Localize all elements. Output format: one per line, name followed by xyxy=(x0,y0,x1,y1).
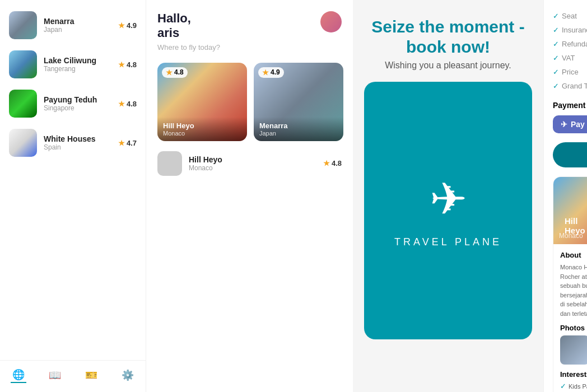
check-icon: ✓ xyxy=(553,68,559,76)
featured-card[interactable]: ★4.9 Menarra Japan xyxy=(254,63,343,141)
star-icon: ★ xyxy=(262,68,269,77)
dest-thumb xyxy=(9,11,37,39)
nav-settings[interactable]: ⚙️ xyxy=(120,367,136,383)
pay-badge[interactable]: ✈ Pay xyxy=(553,115,587,133)
check-icon: ✓ xyxy=(560,382,566,390)
dest-info: Menarra Japan xyxy=(44,17,111,34)
booking-row-label: ✓ Seat xyxy=(553,12,577,20)
payment-title: Payment Details xyxy=(553,101,587,110)
dest-rating: ★ 4.9 xyxy=(118,21,137,30)
dest-thumb xyxy=(9,50,37,78)
booking-row: ✓ Refundable NO xyxy=(553,37,587,51)
about-title: About xyxy=(560,251,587,259)
star-icon: ★ xyxy=(118,21,125,30)
dest-location: Tangerang xyxy=(44,65,111,73)
featured-cards: ★4.8 Hill Heyo Monaco ★4.9 Menarra Japan xyxy=(146,57,353,147)
check-icon: ✓ xyxy=(553,82,559,90)
photo-thumb[interactable] xyxy=(560,335,587,365)
interest-label: Kids Park xyxy=(569,383,587,390)
destination-item[interactable]: Lake Ciliwung Tangerang ★ 4.8 xyxy=(0,45,146,84)
feat-card-rating: ★4.8 xyxy=(162,67,188,78)
nav-tickets[interactable]: 🎫 xyxy=(83,367,99,383)
check-icon: ✓ xyxy=(553,40,559,48)
booking-row: ✓ Grand Total IDR 8,700,000 xyxy=(553,79,587,93)
feat-card-location: Monaco xyxy=(163,130,241,137)
check-icon: ✓ xyxy=(553,26,559,34)
check-icon: ✓ xyxy=(553,12,559,20)
travel-plane-label: TRAVEL PLANE xyxy=(394,236,502,248)
dest-thumb xyxy=(9,129,37,157)
dest-detail-body: About Monaco Hill, juga dikenal sebagai … xyxy=(553,244,587,392)
feat-card-name: Hill Heyo xyxy=(163,122,241,130)
plane-icon-small: ✈ xyxy=(561,120,567,129)
feat-card-location: Japan xyxy=(259,130,338,137)
left-sidebar: Menarra Japan ★ 4.9 Lake Ciliwung Tanger… xyxy=(0,0,146,392)
star-icon: ★ xyxy=(118,100,125,108)
dest-info: Payung Teduh Singapore xyxy=(44,95,111,112)
payment-method: ✈ Pay IDR 280,000,000 Current Balance xyxy=(553,115,587,133)
interest-item: ✓Kids Park xyxy=(560,382,587,390)
dest-name: Lake Ciliwung xyxy=(44,56,111,65)
booking-row-label: ✓ Refundable xyxy=(553,40,587,48)
dest-location: Japan xyxy=(44,26,111,34)
nav-globe[interactable]: 🌐 xyxy=(11,367,26,383)
avatar xyxy=(320,11,342,32)
feat-card-name: Menarra xyxy=(259,122,338,130)
feat-card-info: Hill Heyo Monaco xyxy=(157,117,247,141)
about-text: Monaco Hill, juga dikenal sebagai Le Roc… xyxy=(560,263,587,318)
destination-item[interactable]: White Houses Spain ★ 4.7 xyxy=(0,123,146,162)
dest-location: Spain xyxy=(44,143,111,151)
check-icon: ✓ xyxy=(553,54,559,62)
photos-title: Photos xyxy=(560,324,587,332)
star-icon: ★ xyxy=(323,159,330,167)
destination-item[interactable]: Payung Teduh Singapore ★ 4.8 xyxy=(0,84,146,123)
center-panel: Seize the moment - book now! Wishing you… xyxy=(353,0,543,392)
greeting-subtitle: Where to fly today? xyxy=(157,43,220,52)
dest-rating: ★ 4.8 xyxy=(118,60,137,69)
booking-row: ✓ Seat A2, B1 xyxy=(553,9,587,23)
destination-list: Menarra Japan ★ 4.9 Lake Ciliwung Tanger… xyxy=(0,0,146,360)
booking-headline: Seize the moment - book now! xyxy=(364,17,532,57)
dest-detail-name: Hill Heyo xyxy=(565,216,585,235)
photos-row xyxy=(560,335,587,365)
booking-row: ✓ VAT 45 % xyxy=(553,51,587,65)
dest-detail-hero: Hill Heyo Monaco ★ 4.8 xyxy=(553,177,587,244)
travel-plane-card: ✈ TRAVEL PLANE xyxy=(364,82,532,339)
star-icon: ★ xyxy=(166,68,173,77)
interests-section: Interests ✓Kids Park✓Honor Bridge✓City M… xyxy=(560,370,587,392)
interests-title: Interests xyxy=(560,370,587,379)
star-icon: ★ xyxy=(118,139,125,147)
dest-detail-card: Hill Heyo Monaco ★ 4.8 About Monaco Hill… xyxy=(553,176,587,392)
dest-rating: ★ 4.8 xyxy=(118,100,137,108)
booking-row-label: ✓ Price xyxy=(553,68,579,76)
dest-rating: ★ 4.7 xyxy=(118,139,137,147)
booking-row-label: ✓ Insurance xyxy=(553,26,587,34)
booking-row: ✓ Price IDR 6,000,000 xyxy=(553,65,587,79)
booking-row-label: ✓ VAT xyxy=(553,54,575,62)
dest-info: White Houses Spain xyxy=(44,134,111,151)
plane-icon: ✈ xyxy=(430,173,467,225)
nav-book[interactable]: 📖 xyxy=(47,367,63,383)
small-dest-info: Hill Heyo Monaco xyxy=(189,155,222,172)
booking-row-label: ✓ Grand Total xyxy=(553,82,587,90)
greeting-hello: Hallo, aris xyxy=(157,11,220,41)
dest-location: Singapore xyxy=(44,104,111,112)
dest-name: White Houses xyxy=(44,134,111,143)
middle-panel: Hallo, aris Where to fly today? ★4.8 Hil… xyxy=(146,0,353,392)
payment-section: Payment Details ✈ Pay IDR 280,000,000 Cu… xyxy=(553,101,587,133)
pay-now-button[interactable]: Pay Now xyxy=(553,142,587,167)
featured-card[interactable]: ★4.8 Hill Heyo Monaco xyxy=(157,63,247,141)
dest-info: Lake Ciliwung Tangerang xyxy=(44,56,111,73)
destination-item[interactable]: Menarra Japan ★ 4.9 xyxy=(0,6,146,45)
booking-subtext: Wishing you a pleasant journey. xyxy=(385,60,511,71)
dest-name: Payung Teduh xyxy=(44,95,111,104)
dest-name: Menarra xyxy=(44,17,111,26)
interests-grid: ✓Kids Park✓Honor Bridge✓City Museum✓Cent… xyxy=(560,382,587,392)
greeting-section: Hallo, aris Where to fly today? xyxy=(146,0,353,57)
star-icon: ★ xyxy=(118,60,125,69)
right-panel: ✓ Seat A2, B1 ✓ Insurance YES ✓ Refundab… xyxy=(543,0,587,392)
small-dest-item[interactable]: Hill Heyo Monaco ★4.8 xyxy=(146,147,353,180)
dest-detail-name-block: Hill Heyo Monaco xyxy=(559,232,583,240)
photos-section: Photos xyxy=(560,324,587,365)
dest-thumb xyxy=(9,90,37,118)
